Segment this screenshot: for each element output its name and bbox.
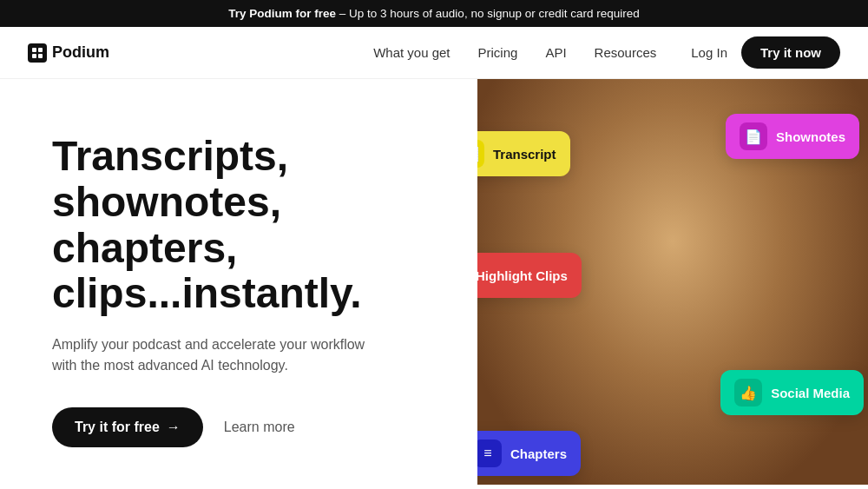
transcript-label: Transcript	[493, 147, 556, 162]
hero-right: 📊 Transcript 📄 Shownotes 💬 Highlight Cli…	[477, 79, 868, 485]
social-label: Social Media	[771, 386, 850, 400]
banner-rest-text: – Up to 3 hours of audio, no signup or c…	[336, 7, 640, 20]
shownotes-icon: 📄	[740, 122, 767, 150]
logo-text: Podium	[52, 43, 109, 62]
logo[interactable]: Podium	[28, 43, 109, 63]
chapters-label: Chapters	[510, 446, 567, 461]
shownotes-label: Shownotes	[776, 129, 845, 144]
svg-rect-2	[32, 54, 36, 58]
learn-more-button[interactable]: Learn more	[224, 420, 295, 435]
logo-svg	[31, 47, 43, 59]
svg-rect-3	[38, 54, 43, 58]
hero-cta: Try it for free → Learn more	[52, 407, 450, 447]
promo-banner: Try Podium for free – Up to 3 hours of a…	[0, 0, 868, 27]
badge-transcript: 📊 Transcript	[477, 131, 570, 176]
hero-title: Transcripts, shownotes, chapters, clips.…	[52, 134, 450, 317]
social-icon: 👍	[734, 379, 762, 406]
try-free-button[interactable]: Try it for free →	[52, 407, 203, 447]
nav-links: What you get Pricing API Resources	[373, 45, 656, 61]
banner-bold-text: Try Podium for free	[228, 7, 336, 20]
hero-subtitle: Amplify your podcast and accelerate your…	[52, 334, 382, 376]
nav-link-what-you-get[interactable]: What you get	[373, 45, 450, 60]
nav-link-api[interactable]: API	[545, 45, 566, 60]
logo-icon	[28, 43, 47, 63]
svg-rect-1	[38, 48, 43, 52]
transcript-icon: 📊	[477, 140, 484, 168]
hero-left: Transcripts, shownotes, chapters, clips.…	[0, 79, 477, 485]
nav-actions: Log In Try it now	[691, 36, 840, 69]
badge-highlight-clips: 💬 Highlight Clips	[477, 253, 582, 298]
login-button[interactable]: Log In	[691, 45, 727, 60]
badge-social-media: 👍 Social Media	[720, 370, 864, 415]
badge-shownotes: 📄 Shownotes	[726, 114, 859, 159]
chapters-icon: ≡	[477, 439, 502, 467]
nav-link-resources[interactable]: Resources	[595, 45, 657, 60]
nav-link-pricing[interactable]: Pricing	[478, 45, 518, 60]
svg-rect-0	[32, 48, 36, 52]
badge-chapters: ≡ Chapters	[477, 431, 581, 476]
try-free-arrow: →	[167, 420, 181, 435]
try-now-button[interactable]: Try it now	[741, 36, 840, 69]
navbar: Podium What you get Pricing API Resource…	[0, 27, 868, 79]
hero-section: Transcripts, shownotes, chapters, clips.…	[0, 79, 868, 485]
highlight-label: Highlight Clips	[477, 268, 568, 283]
try-free-label: Try it for free	[75, 420, 160, 435]
hero-image: 📊 Transcript 📄 Shownotes 💬 Highlight Cli…	[477, 79, 868, 485]
